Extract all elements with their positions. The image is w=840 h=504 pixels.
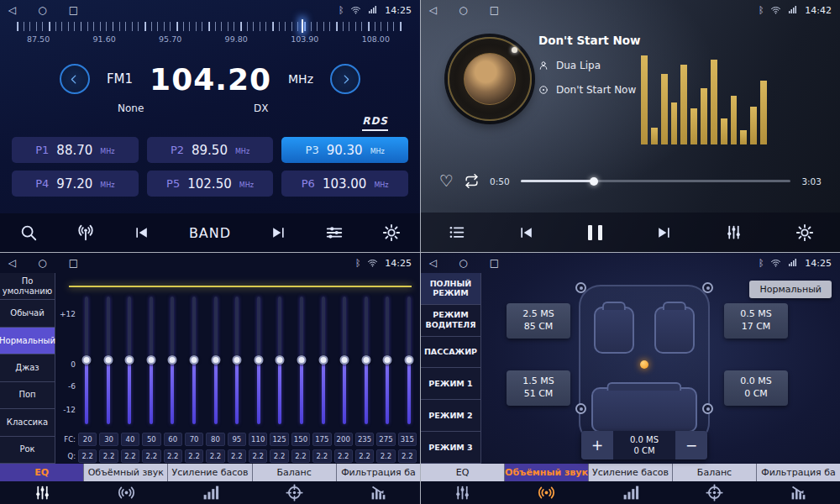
bass-boost-tab-icon[interactable] — [168, 481, 252, 504]
eq-band-slider-8[interactable] — [231, 297, 243, 424]
progress-bar[interactable] — [521, 180, 791, 182]
eq-slider-knob[interactable] — [254, 355, 263, 365]
delay-mode-4[interactable]: РЕЖИМ 1 — [421, 368, 480, 400]
repeat-icon[interactable] — [465, 174, 479, 188]
surround-sound-tab-icon[interactable] — [505, 481, 589, 504]
front-left-speaker-icon[interactable] — [575, 282, 586, 293]
favorite-heart-icon[interactable]: ♡ — [439, 173, 454, 189]
tab-filter-label[interactable]: Фильтрация ба — [757, 464, 840, 481]
previous-track-icon[interactable] — [518, 224, 535, 241]
previous-station-icon[interactable] — [134, 224, 150, 241]
eq-band-slider-14[interactable] — [360, 297, 372, 424]
delay-mode-3[interactable]: ПАССАЖИР — [421, 337, 480, 369]
delay-mode-5[interactable]: РЕЖИМ 2 — [421, 400, 480, 432]
preset-button-p5[interactable]: P5102.50MHz — [147, 171, 274, 197]
eq-slider-knob[interactable] — [383, 355, 392, 365]
eq-slider-knob[interactable] — [103, 355, 113, 365]
eq-slider-knob[interactable] — [233, 355, 242, 365]
nav-back-icon[interactable]: ◁ — [8, 5, 16, 15]
frequency-scale[interactable]: 87.5091.6095.7099.80103.90108.00 — [10, 22, 410, 52]
preset-button-p6[interactable]: P6103.00MHz — [281, 171, 408, 197]
eq-band-slider-6[interactable] — [188, 297, 200, 424]
bass-boost-tab-icon[interactable] — [589, 481, 673, 504]
settings-gear-icon[interactable] — [382, 223, 401, 242]
tab-surround-sound-label[interactable]: Объёмный звук — [505, 464, 589, 481]
equalizer-tab-icon[interactable] — [421, 481, 505, 504]
eq-preset-4[interactable]: Джаз — [0, 354, 55, 381]
progress-knob[interactable] — [590, 177, 598, 186]
eq-preset-6[interactable]: Классика — [0, 409, 55, 436]
eq-slider-knob[interactable] — [318, 355, 328, 365]
eq-band-slider-1[interactable] — [81, 297, 92, 424]
eq-band-slider-13[interactable] — [339, 297, 350, 424]
tab-surround-sound-label[interactable]: Объёмный звук — [84, 464, 168, 481]
nav-recents-icon[interactable]: □ — [490, 5, 499, 15]
eq-slider-knob[interactable] — [361, 355, 370, 365]
tab-filter-label[interactable]: Фильтрация ба — [337, 464, 420, 481]
next-track-icon[interactable] — [655, 224, 672, 241]
eq-band-slider-10[interactable] — [274, 297, 286, 424]
eq-slider-knob[interactable] — [297, 355, 306, 365]
tune-settings-icon[interactable] — [325, 223, 344, 242]
delay-mode-6[interactable]: РЕЖИМ 3 — [421, 432, 480, 464]
equalizer-mixer-icon[interactable] — [725, 223, 743, 241]
equalizer-tab-icon[interactable] — [0, 481, 84, 504]
rear-right-delay-value[interactable]: 0.0 MS 0 CM — [724, 370, 788, 406]
eq-band-slider-7[interactable] — [210, 297, 222, 424]
front-left-delay-value[interactable]: 2.5 MS 85 CM — [507, 303, 570, 339]
eq-band-slider-11[interactable] — [296, 297, 307, 424]
balance-tab-icon[interactable] — [672, 481, 756, 504]
filter-tab-icon[interactable] — [336, 481, 420, 504]
delay-mode-2[interactable]: РЕЖИМ ВОДИТЕЛЯ — [421, 305, 480, 337]
filter-tab-icon[interactable] — [756, 481, 840, 504]
tab-eq-label[interactable]: EQ — [421, 464, 505, 481]
eq-band-slider-5[interactable] — [166, 297, 178, 424]
eq-slider-knob[interactable] — [404, 355, 413, 365]
nav-recents-icon[interactable]: □ — [69, 258, 78, 268]
broadcast-antenna-icon[interactable] — [76, 223, 95, 242]
listening-position-dot[interactable] — [640, 360, 648, 369]
pause-button[interactable] — [588, 225, 602, 240]
playlist-icon[interactable] — [448, 223, 465, 241]
preset-button-p1[interactable]: P188.70MHz — [12, 137, 139, 163]
eq-preset-5[interactable]: Поп — [0, 382, 55, 409]
eq-slider-knob[interactable] — [82, 355, 92, 365]
tab-eq-label[interactable]: EQ — [0, 464, 84, 481]
eq-band-slider-3[interactable] — [123, 297, 135, 424]
eq-band-slider-2[interactable] — [102, 297, 114, 424]
eq-band-slider-12[interactable] — [318, 297, 329, 424]
eq-band-slider-9[interactable] — [253, 297, 265, 424]
nav-home-icon[interactable]: ○ — [459, 258, 467, 268]
delay-increase-button[interactable]: + — [581, 431, 613, 459]
tab-bass-boost-label[interactable]: Усиление басов — [589, 464, 673, 481]
dx-mode-label[interactable]: DX — [254, 102, 268, 114]
nav-back-icon[interactable]: ◁ — [429, 5, 437, 15]
preset-button-p3[interactable]: P390.30MHz — [281, 137, 408, 163]
eq-slider-knob[interactable] — [211, 355, 220, 365]
nav-back-icon[interactable]: ◁ — [8, 258, 16, 268]
nav-recents-icon[interactable]: □ — [490, 258, 499, 268]
band-button[interactable]: BAND — [189, 225, 231, 241]
delay-decrease-button[interactable]: − — [675, 431, 707, 459]
nav-back-icon[interactable]: ◁ — [429, 258, 437, 268]
search-stations-icon[interactable] — [19, 223, 38, 242]
nav-home-icon[interactable]: ○ — [459, 5, 467, 15]
eq-slider-knob[interactable] — [168, 355, 177, 365]
rear-left-speaker-icon[interactable] — [575, 403, 586, 414]
front-right-delay-value[interactable]: 0.5 MS 17 CM — [724, 303, 788, 339]
eq-preset-2[interactable]: Обычай — [0, 300, 55, 327]
nav-home-icon[interactable]: ○ — [38, 5, 46, 15]
nav-home-icon[interactable]: ○ — [38, 258, 46, 268]
seek-up-button[interactable] — [330, 64, 360, 94]
preset-button-p4[interactable]: P497.20MHz — [12, 171, 139, 197]
balance-tab-icon[interactable] — [252, 481, 336, 504]
delay-mode-1[interactable]: ПОЛНЫЙ РЕЖИМ — [421, 273, 480, 305]
tab-balance-label[interactable]: Баланс — [673, 464, 757, 481]
tab-bass-boost-label[interactable]: Усиление басов — [168, 464, 252, 481]
delay-profile-button[interactable]: Нормальный — [749, 281, 832, 298]
eq-slider-knob[interactable] — [276, 355, 285, 365]
eq-slider-knob[interactable] — [189, 355, 198, 365]
seek-down-button[interactable] — [60, 64, 90, 94]
nav-recents-icon[interactable]: □ — [69, 5, 78, 15]
next-station-icon[interactable] — [270, 224, 286, 241]
